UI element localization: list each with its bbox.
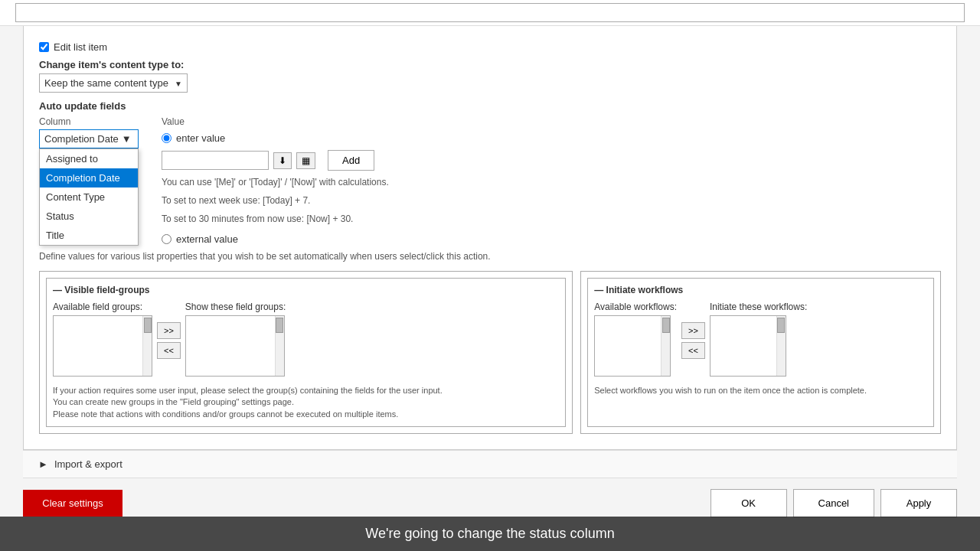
available-field-groups-list[interactable]: [53, 315, 152, 377]
initiate-workflows-section: Initiate these workflows:: [710, 302, 807, 379]
add-button[interactable]: Add: [328, 150, 374, 171]
import-export-label: Import & export: [54, 458, 122, 470]
right-buttons: OK Cancel Apply: [710, 489, 957, 517]
column-dropdown-wrapper: Completion Date ▼ Assigned to Completion…: [39, 129, 139, 148]
date-picker-btn[interactable]: ⬇: [273, 152, 292, 169]
cancel-button[interactable]: Cancel: [793, 489, 874, 517]
edit-list-checkbox-row: Edit list item: [39, 41, 941, 53]
value-input[interactable]: [162, 151, 269, 170]
workflows-box: — Initiate workflows Available workflows…: [580, 271, 941, 434]
workflows-arrow-btns: >> <<: [681, 322, 705, 359]
workflows-title: — Initiate workflows: [594, 285, 927, 295]
import-export-arrow: ►: [38, 458, 48, 470]
dropdown-item-title[interactable]: Title: [40, 226, 138, 245]
dropdown-item-status[interactable]: Status: [40, 207, 138, 226]
show-scrollbar-thumb: [276, 318, 283, 333]
available-workflows-list[interactable]: [594, 315, 671, 377]
workflows-add-btn[interactable]: >>: [681, 322, 705, 339]
field-groups-add-btn[interactable]: >>: [157, 322, 181, 339]
external-value-label: external value: [176, 233, 238, 245]
groups-section: — Visible field-groups Available field g…: [39, 271, 941, 434]
workflows-lists-row: Available workflows: >> <<: [594, 302, 927, 379]
main-content: Edit list item Change item's content typ…: [23, 26, 957, 450]
define-text: Define values for various list propertie…: [39, 251, 941, 262]
available-field-groups-label: Available field groups:: [53, 302, 152, 312]
content-type-row: Keep the same content type: [39, 73, 941, 93]
edit-list-label: Edit list item: [54, 41, 107, 53]
top-text-input[interactable]: [15, 3, 965, 22]
available-workflows-section: Available workflows:: [594, 302, 677, 379]
caption-text: We're going to change the status column: [365, 526, 614, 541]
initiate-scrollbar: [776, 316, 786, 376]
available-workflows-list-container: [594, 315, 671, 377]
value-input-row: ⬇ ▦ Add: [162, 150, 389, 171]
content-type-label: Change item's content type to:: [39, 59, 941, 70]
top-input-bar: [0, 0, 980, 26]
dropdown-item-content-type[interactable]: Content Type: [40, 187, 138, 207]
workflows-available-scrollbar: [661, 316, 670, 376]
column-label: Column: [39, 116, 139, 127]
column-dropdown-selected: Completion Date: [44, 133, 119, 145]
content-type-select[interactable]: Keep the same content type: [39, 73, 188, 93]
show-field-groups-label: Show these field groups:: [185, 302, 286, 312]
external-value-row: external value: [162, 233, 389, 245]
hint-text-1: You can use '[Me]' or '[Today]' / '[Now]…: [162, 177, 389, 187]
available-field-groups-section: Available field groups:: [53, 302, 152, 379]
value-label: Value: [162, 116, 389, 127]
show-field-groups-list[interactable]: [185, 315, 285, 377]
show-field-groups-list-container: [185, 315, 285, 377]
workflows-available-thumb: [662, 318, 670, 333]
visible-field-groups-title: — Visible field-groups: [53, 285, 559, 295]
date-picker-icon: ⬇: [279, 155, 286, 166]
content-type-chevron: [172, 77, 182, 89]
visible-field-groups-box: — Visible field-groups Available field g…: [39, 271, 573, 434]
field-groups-arrow-btns: >> <<: [157, 322, 181, 359]
available-field-groups-list-container: [53, 315, 152, 377]
external-value-radio[interactable]: [162, 234, 172, 244]
initiate-workflows-list[interactable]: [710, 315, 786, 377]
ok-button[interactable]: OK: [710, 489, 787, 517]
dropdown-item-completion-date[interactable]: Completion Date: [40, 168, 138, 187]
caption-bar: We're going to change the status column: [0, 517, 980, 551]
available-workflows-label: Available workflows:: [594, 302, 677, 312]
available-scrollbar: [142, 316, 152, 376]
enter-value-radio[interactable]: [162, 133, 172, 143]
workflows-note: Select workflows you wish to run on the …: [594, 385, 927, 396]
table-icon-btn[interactable]: ▦: [296, 152, 315, 169]
value-section: Value enter value ⬇ ▦ Add You can use '[…: [162, 116, 389, 245]
auto-update-label: Auto update fields: [39, 100, 941, 112]
initiate-scrollbar-thumb: [777, 318, 785, 333]
show-scrollbar: [275, 316, 284, 376]
initiate-workflows-label: Initiate these workflows:: [710, 302, 807, 312]
available-scrollbar-thumb: [144, 318, 152, 333]
workflows-remove-btn[interactable]: <<: [681, 342, 705, 359]
column-dropdown[interactable]: Completion Date ▼: [39, 129, 139, 148]
initiate-workflows-list-container: [710, 315, 786, 377]
column-dropdown-menu: Assigned to Completion Date Content Type…: [39, 148, 139, 246]
visible-field-groups-border-label: —: [53, 285, 64, 295]
field-groups-remove-btn[interactable]: <<: [157, 342, 181, 359]
edit-list-checkbox[interactable]: [39, 42, 49, 52]
show-field-groups-section: Show these field groups:: [185, 302, 286, 379]
hint-text-2: To set to next week use: [Today] + 7.: [162, 195, 389, 206]
clear-settings-button[interactable]: Clear settings: [23, 490, 122, 517]
hint-text-3: To set to 30 minutes from now use: [Now]…: [162, 214, 389, 224]
enter-value-radio-row: enter value: [162, 132, 389, 144]
table-icon: ▦: [302, 155, 310, 166]
field-groups-lists-row: Available field groups: >> <<: [53, 302, 559, 379]
content-type-value: Keep the same content type: [44, 77, 168, 89]
enter-value-label: enter value: [176, 132, 225, 144]
dropdown-item-assigned-to[interactable]: Assigned to: [40, 149, 138, 168]
apply-button[interactable]: Apply: [880, 489, 957, 517]
column-dropdown-arrow: ▼: [122, 133, 132, 145]
workflows-border-label: —: [594, 285, 606, 295]
field-groups-note: If your action requires some user input,…: [53, 385, 497, 420]
import-export-row[interactable]: ► Import & export: [23, 450, 957, 478]
column-value-row: Column Completion Date ▼ Assigned to Com…: [39, 116, 941, 245]
column-section: Column Completion Date ▼ Assigned to Com…: [39, 116, 139, 148]
